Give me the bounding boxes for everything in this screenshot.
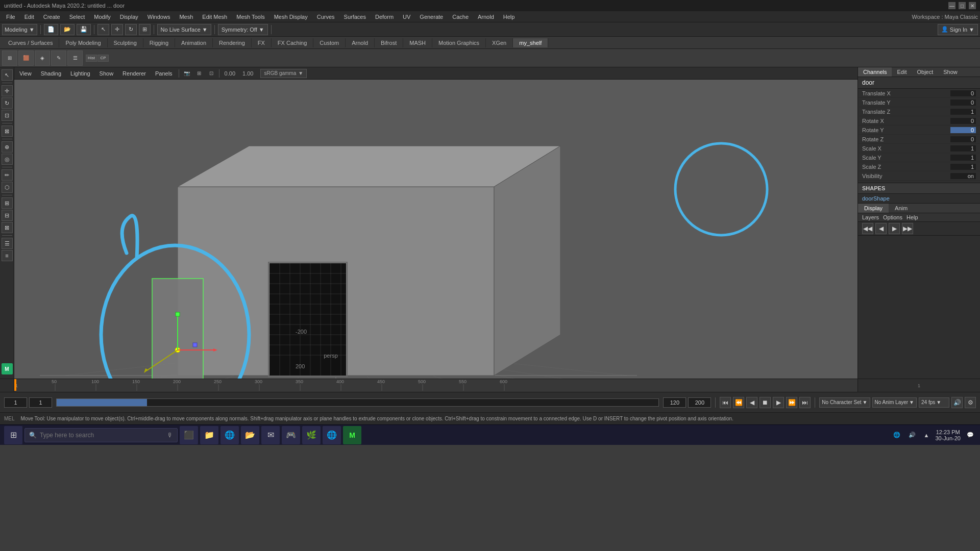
rotate-y-value[interactable]: 0 bbox=[950, 127, 976, 133]
rotate-x-value[interactable]: 0 bbox=[950, 118, 976, 124]
sculpt-tool-left[interactable]: ⬡ bbox=[2, 182, 13, 193]
open-scene-button[interactable]: 📂 bbox=[60, 24, 75, 35]
menu-mesh[interactable]: Mesh bbox=[175, 13, 197, 21]
vp-icon-wireframe[interactable]: ⊡ bbox=[207, 69, 216, 78]
menu-edit-mesh[interactable]: Edit Mesh bbox=[198, 13, 231, 21]
sign-in-button[interactable]: 👤 Sign In ▼ bbox=[938, 24, 978, 35]
rotate-tool-left[interactable]: ↻ bbox=[2, 97, 13, 109]
object-tab[interactable]: Object bbox=[912, 67, 938, 77]
shelf-tab-fx-caching[interactable]: FX Caching bbox=[272, 38, 313, 47]
shelf-tab-custom[interactable]: Custom bbox=[313, 38, 346, 47]
range-bar[interactable] bbox=[56, 398, 659, 407]
shelf-tab-animation[interactable]: Animation bbox=[175, 38, 213, 47]
menu-uv[interactable]: UV bbox=[399, 13, 414, 21]
shelf-icon-hist[interactable]: Hist bbox=[86, 55, 97, 62]
menu-deform[interactable]: Deform bbox=[371, 13, 398, 21]
move-tool-button[interactable]: ✛ bbox=[111, 24, 123, 35]
symmetry-button[interactable]: Symmetry: Off ▼ bbox=[218, 24, 268, 35]
range-start-input[interactable] bbox=[29, 397, 52, 408]
vp-icon-camera[interactable]: 📷 bbox=[182, 69, 191, 78]
shelf-tab-poly-modeling[interactable]: Poly Modeling bbox=[59, 38, 107, 47]
disp-ctrl-btn3[interactable]: ▶ bbox=[889, 223, 900, 234]
vp-menu-shading[interactable]: Shading bbox=[38, 69, 64, 78]
shelf-tab-bifrost[interactable]: Bifrost bbox=[375, 38, 403, 47]
rotate-z-value[interactable]: 0 bbox=[950, 136, 976, 142]
camera-tool-left[interactable]: ⊞ bbox=[2, 197, 13, 209]
shelf-icon-shape[interactable]: ◈ bbox=[35, 51, 50, 66]
play-forward-button[interactable]: ▶ bbox=[773, 397, 784, 408]
task-manager-icon[interactable]: ⬛ bbox=[180, 426, 198, 444]
gamma-dropdown[interactable]: sRGB gamma ▼ bbox=[260, 69, 307, 78]
volume-icon[interactable]: 🔊 bbox=[906, 432, 918, 438]
notification-icon[interactable]: 💬 bbox=[965, 432, 976, 438]
folder-icon[interactable]: 📂 bbox=[241, 426, 259, 444]
select-tool-button[interactable]: ↖ bbox=[97, 24, 109, 35]
shelf-tab-rendering[interactable]: Rendering bbox=[213, 38, 252, 47]
shelf-icon-layers[interactable]: ☰ bbox=[67, 51, 83, 66]
menu-generate[interactable]: Generate bbox=[415, 13, 447, 21]
shelf-tab-curves-surfaces[interactable]: Curves / Surfaces bbox=[2, 38, 59, 47]
timeline-track[interactable]: 1 50 100 150 200 250 300 350 400 450 bbox=[14, 379, 857, 392]
translate-y-value[interactable]: 0 bbox=[950, 99, 976, 106]
translate-x-value[interactable]: 0 bbox=[950, 90, 976, 96]
current-frame-input[interactable] bbox=[4, 397, 27, 408]
menu-windows[interactable]: Windows bbox=[143, 13, 175, 21]
game-icon[interactable]: 🎮 bbox=[282, 426, 300, 444]
shelf-icon-box[interactable]: 🟫 bbox=[18, 51, 34, 66]
paint-tool-left[interactable]: ✏ bbox=[2, 169, 13, 181]
play-back-button[interactable]: ◀ bbox=[746, 397, 757, 408]
disp-ctrl-btn1[interactable]: ◀◀ bbox=[862, 223, 873, 234]
disp-ctrl-btn4[interactable]: ▶▶ bbox=[902, 223, 913, 234]
scale-y-value[interactable]: 1 bbox=[950, 155, 976, 161]
menu-mesh-tools[interactable]: Mesh Tools bbox=[232, 13, 268, 21]
range-end-input[interactable] bbox=[663, 397, 686, 408]
scale-x-value[interactable]: 1 bbox=[950, 145, 976, 152]
anim-layer-dropdown[interactable]: No Anim Layer ▼ bbox=[872, 397, 917, 408]
minimize-button[interactable]: — bbox=[948, 2, 955, 9]
step-forward-button[interactable]: ⏩ bbox=[786, 397, 797, 408]
mail-icon[interactable]: ✉ bbox=[261, 426, 280, 444]
menu-select[interactable]: Select bbox=[65, 13, 89, 21]
search-bar[interactable]: 🔍 🎙 bbox=[24, 428, 178, 442]
door-shape-name[interactable]: doorShape bbox=[858, 194, 980, 203]
show-tab[interactable]: Show bbox=[938, 67, 963, 77]
shelf-tab-sculpting[interactable]: Sculpting bbox=[108, 38, 143, 47]
file-explorer-icon[interactable]: 📁 bbox=[200, 426, 218, 444]
maximize-button[interactable]: □ bbox=[959, 2, 966, 9]
menu-create[interactable]: Create bbox=[39, 13, 64, 21]
edit-tab[interactable]: Edit bbox=[892, 67, 912, 77]
shelf-tab-rigging[interactable]: Rigging bbox=[143, 38, 175, 47]
audio-button[interactable]: 🔊 bbox=[951, 397, 963, 408]
shelf-tab-motion-graphics[interactable]: Motion Graphics bbox=[432, 38, 486, 47]
show-tool-left[interactable]: ⊟ bbox=[2, 210, 13, 221]
list-tool-left[interactable]: ☰ bbox=[2, 238, 13, 249]
list2-tool-left[interactable]: ≡ bbox=[2, 250, 13, 261]
last-tool-left[interactable]: ⊠ bbox=[2, 126, 13, 137]
layout-tool-left[interactable]: ⊠ bbox=[2, 222, 13, 233]
viewport-canvas[interactable]: -200 200 300 bbox=[14, 80, 857, 379]
menu-surfaces[interactable]: Surfaces bbox=[340, 13, 370, 21]
stop-button[interactable]: ⏹ bbox=[760, 397, 771, 408]
snap-tool-left[interactable]: ⊕ bbox=[2, 141, 13, 153]
channels-tab[interactable]: Channels bbox=[858, 67, 892, 77]
rotate-tool-button[interactable]: ↻ bbox=[125, 24, 137, 35]
shelf-tab-fx[interactable]: FX bbox=[252, 38, 272, 47]
go-to-start-button[interactable]: ⏮ bbox=[720, 397, 731, 408]
menu-modify[interactable]: Modify bbox=[90, 13, 114, 21]
vp-menu-lighting[interactable]: Lighting bbox=[67, 69, 93, 78]
settings-button[interactable]: ⚙ bbox=[965, 397, 976, 408]
vp-menu-panels[interactable]: Panels bbox=[152, 69, 176, 78]
menu-file[interactable]: File bbox=[2, 13, 19, 21]
translate-z-value[interactable]: 1 bbox=[950, 109, 976, 115]
search-input[interactable] bbox=[40, 432, 164, 439]
vp-menu-show[interactable]: Show bbox=[96, 69, 117, 78]
anim-end-input[interactable] bbox=[688, 397, 711, 408]
shelf-icon-cp[interactable]: CP bbox=[97, 55, 109, 62]
step-back-button[interactable]: ⏪ bbox=[733, 397, 744, 408]
shelf-icon-grid[interactable]: ⊞ bbox=[2, 51, 17, 66]
fps-dropdown[interactable]: 24 fps ▼ bbox=[919, 397, 949, 408]
mode-dropdown[interactable]: Modeling ▼ bbox=[2, 24, 37, 35]
start-button[interactable]: ⊞ bbox=[4, 426, 22, 444]
shelf-icon-edit[interactable]: ✎ bbox=[51, 51, 66, 66]
anim-tab[interactable]: Anim bbox=[889, 204, 914, 213]
